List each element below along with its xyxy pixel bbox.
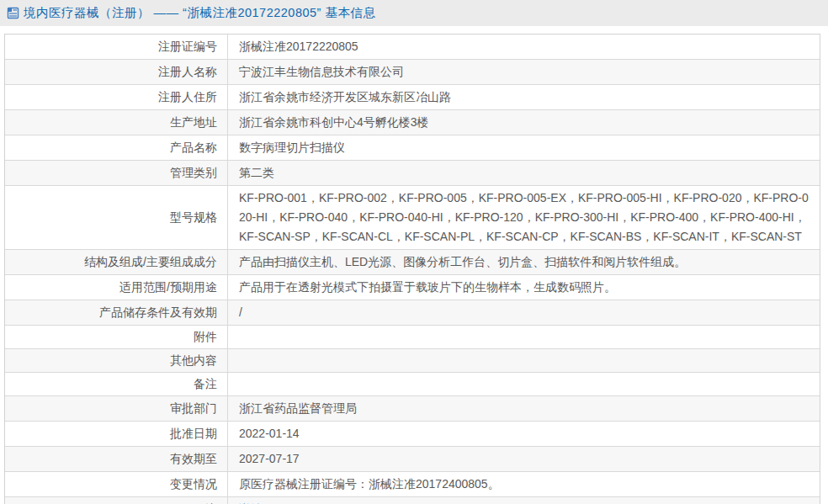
table-row-remarks: 备注 xyxy=(5,373,820,396)
row-label: 注册人住所 xyxy=(5,85,228,109)
table-row-registrant-name: 注册人名称 宁波江丰生物信息技术有限公司 xyxy=(5,60,820,85)
row-value: 浙江省余姚市经济开发区城东新区冶山路 xyxy=(228,85,820,109)
table-row-management-class: 管理类别 第二类 xyxy=(5,161,820,186)
row-value: 浙江省余姚市科创中心4号孵化楼3楼 xyxy=(228,110,820,135)
table-row-production-address: 生产地址 浙江省余姚市科创中心4号孵化楼3楼 xyxy=(5,110,820,135)
row-value: KF-PRO-001，KF-PRO-002，KF-PRO-005，KF-PRO-… xyxy=(228,186,820,249)
page-header: 境内医疗器械（注册） —— “浙械注准20172220805” 基本信息 xyxy=(0,0,828,26)
row-label: 管理类别 xyxy=(5,161,228,185)
row-label: 注册证编号 xyxy=(5,34,228,59)
row-label: 备注 xyxy=(5,373,228,395)
row-label: 产品储存条件及有效期 xyxy=(5,300,228,325)
row-value: 2022-01-14 xyxy=(228,422,820,446)
table-row-approval-department: 审批部门 浙江省药品监督管理局 xyxy=(5,396,820,422)
table-row-product-name: 产品名称 数字病理切片扫描仪 xyxy=(5,135,820,161)
table-row-intended-use: 适用范围/预期用途 产品用于在透射光模式下拍摄置于载玻片下的生物样本，生成数码照… xyxy=(5,275,820,300)
row-value: 产品用于在透射光模式下拍摄置于载玻片下的生物样本，生成数码照片。 xyxy=(228,275,820,300)
row-label: 生产地址 xyxy=(5,110,228,135)
row-label: 注 xyxy=(5,497,228,504)
row-label: 注册人名称 xyxy=(5,60,228,84)
row-label: 其他内容 xyxy=(5,349,228,372)
row-label: 型号规格 xyxy=(5,186,228,249)
table-row-approval-date: 批准日期 2022-01-14 xyxy=(5,422,820,447)
table-row-model-specs: 型号规格 KF-PRO-001，KF-PRO-002，KF-PRO-005，KF… xyxy=(5,186,820,250)
table-row-storage-conditions: 产品储存条件及有效期 / xyxy=(5,300,820,326)
table-row-composition: 结构及组成/主要组成成分 产品由扫描仪主机、LED光源、图像分析工作台、切片盒、… xyxy=(5,250,820,275)
row-value: 浙械注准20172220805 xyxy=(228,34,820,59)
registration-info-table: 注册证编号 浙械注准20172220805 注册人名称 宁波江丰生物信息技术有限… xyxy=(4,34,820,504)
row-value: / xyxy=(228,300,820,325)
details-link[interactable]: 详情 xyxy=(239,500,263,504)
row-value: 2027-07-17 xyxy=(228,447,820,471)
row-value: 浙江省药品监督管理局 xyxy=(228,396,820,421)
page-title: 境内医疗器械（注册） —— “浙械注准20172220805” 基本信息 xyxy=(24,5,375,21)
row-value: 产品由扫描仪主机、LED光源、图像分析工作台、切片盒、扫描软件和阅片软件组成。 xyxy=(228,250,820,274)
row-value: 数字病理切片扫描仪 xyxy=(228,135,820,160)
row-label: 批准日期 xyxy=(5,422,228,446)
row-label: 审批部门 xyxy=(5,396,228,421)
table-row-note: 注 详情 xyxy=(5,497,820,504)
row-label: 变更情况 xyxy=(5,472,228,496)
row-label: 适用范围/预期用途 xyxy=(5,275,228,300)
document-icon xyxy=(7,7,19,19)
row-value xyxy=(228,349,820,372)
table-row-registration-number: 注册证编号 浙械注准20172220805 xyxy=(5,34,820,60)
table-row-change-status: 变更情况 原医疗器械注册证编号：浙械注准20172400805。 xyxy=(5,472,820,497)
table-row-registrant-address: 注册人住所 浙江省余姚市经济开发区城东新区冶山路 xyxy=(5,85,820,110)
table-row-other-content: 其他内容 xyxy=(5,349,820,373)
row-label: 产品名称 xyxy=(5,135,228,160)
row-value: 宁波江丰生物信息技术有限公司 xyxy=(228,60,820,84)
row-label: 有效期至 xyxy=(5,447,228,471)
row-label: 附件 xyxy=(5,326,228,348)
row-value xyxy=(228,373,820,395)
table-row-attachments: 附件 xyxy=(5,326,820,349)
row-value xyxy=(228,326,820,348)
row-value: 原医疗器械注册证编号：浙械注准20172400805。 xyxy=(228,472,820,496)
table-row-valid-until: 有效期至 2027-07-17 xyxy=(5,447,820,472)
row-label: 结构及组成/主要组成成分 xyxy=(5,250,228,274)
row-value: 第二类 xyxy=(228,161,820,185)
row-value: 详情 xyxy=(228,497,820,504)
